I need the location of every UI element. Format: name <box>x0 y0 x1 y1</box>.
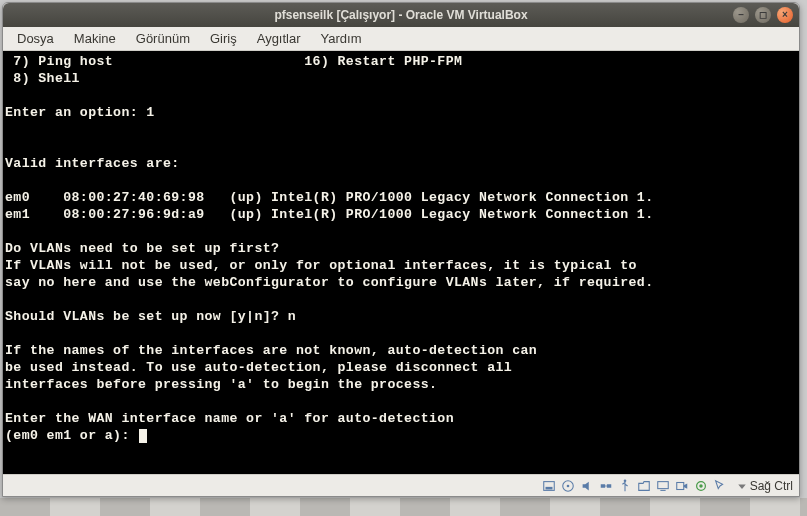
menu-makine[interactable]: Makine <box>66 29 124 48</box>
close-button[interactable]: × <box>777 7 793 23</box>
svg-point-12 <box>699 484 703 488</box>
hostkey-indicator[interactable]: Sağ Ctrl <box>736 479 793 493</box>
window-controls: – ◻ × <box>733 7 793 23</box>
menubar: Dosya Makine Görünüm Giriş Aygıtlar Yard… <box>3 27 799 51</box>
svg-rect-10 <box>676 482 683 489</box>
svg-rect-1 <box>545 486 552 489</box>
disk-icon[interactable] <box>541 478 557 494</box>
menu-aygitlar[interactable]: Aygıtlar <box>249 29 309 48</box>
net-icon[interactable] <box>598 478 614 494</box>
menu-giris[interactable]: Giriş <box>202 29 245 48</box>
menu-dosya[interactable]: Dosya <box>9 29 62 48</box>
vm-window: pfsenseilk [Çalışıyor] - Oracle VM Virtu… <box>2 2 800 497</box>
window-title: pfsenseilk [Çalışıyor] - Oracle VM Virtu… <box>274 8 527 22</box>
minimize-button[interactable]: – <box>733 7 749 23</box>
titlebar[interactable]: pfsenseilk [Çalışıyor] - Oracle VM Virtu… <box>3 3 799 27</box>
svg-rect-5 <box>607 484 611 488</box>
usb-icon[interactable] <box>617 478 633 494</box>
svg-rect-8 <box>657 481 668 488</box>
audio-icon[interactable] <box>579 478 595 494</box>
record-icon[interactable] <box>674 478 690 494</box>
svg-point-7 <box>623 479 626 482</box>
status-icons <box>541 478 728 494</box>
display-icon[interactable] <box>655 478 671 494</box>
menu-yardim[interactable]: Yardım <box>313 29 370 48</box>
svg-rect-4 <box>600 484 604 488</box>
svg-point-3 <box>566 484 569 487</box>
terminal-output: 7) Ping host 16) Restart PHP-FPM 8) Shel… <box>5 53 795 444</box>
cd-icon[interactable] <box>560 478 576 494</box>
maximize-button[interactable]: ◻ <box>755 7 771 23</box>
mouse-icon[interactable] <box>712 478 728 494</box>
statusbar: Sağ Ctrl <box>3 474 799 496</box>
vm-display[interactable]: 7) Ping host 16) Restart PHP-FPM 8) Shel… <box>3 51 799 474</box>
menu-gorunum[interactable]: Görünüm <box>128 29 198 48</box>
cpu-icon[interactable] <box>693 478 709 494</box>
arrow-down-icon <box>736 480 748 492</box>
hostkey-label: Sağ Ctrl <box>750 479 793 493</box>
shared-icon[interactable] <box>636 478 652 494</box>
terminal-cursor <box>139 429 147 443</box>
